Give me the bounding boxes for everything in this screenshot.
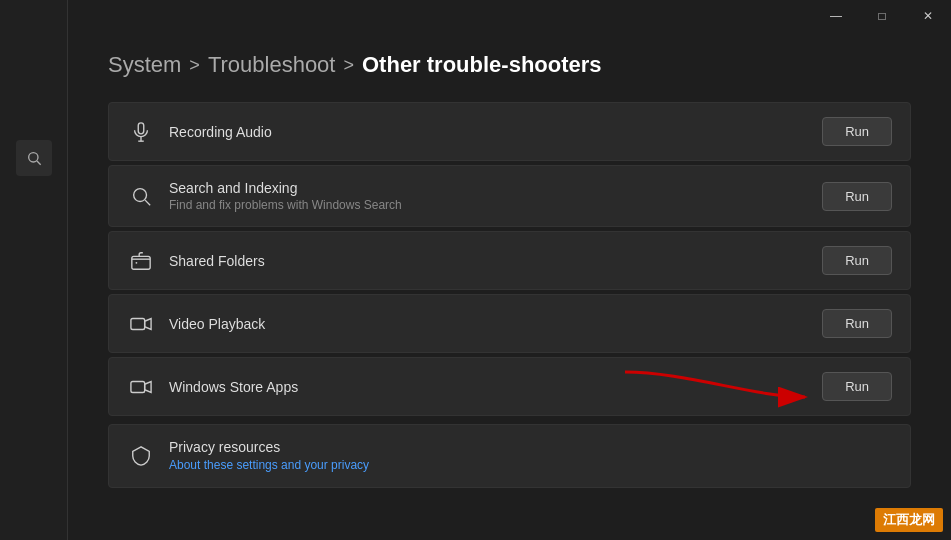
item-title: Video Playback — [169, 316, 822, 332]
breadcrumb-troubleshoot[interactable]: Troubleshoot — [208, 52, 336, 78]
item-title: Windows Store Apps — [169, 379, 822, 395]
maximize-button[interactable]: □ — [859, 0, 905, 32]
svg-rect-7 — [132, 256, 150, 269]
item-title: Search and Indexing — [169, 180, 822, 196]
search-indexing-run-button[interactable]: Run — [822, 182, 892, 211]
list-item: Video Playback Run — [108, 294, 911, 353]
main-content: System > Troubleshoot > Other trouble-sh… — [68, 32, 951, 540]
list-item: Windows Store Apps Run — [108, 357, 911, 416]
svg-rect-9 — [131, 318, 145, 329]
privacy-text: Privacy resources About these settings a… — [169, 439, 892, 473]
item-text: Windows Store Apps — [169, 379, 822, 395]
shared-folders-icon — [127, 247, 155, 275]
breadcrumb-sep-2: > — [343, 55, 354, 76]
list-item: Shared Folders Run — [108, 231, 911, 290]
item-text: Shared Folders — [169, 253, 822, 269]
sidebar — [0, 0, 68, 540]
windows-store-icon — [127, 373, 155, 401]
list-item: Search and Indexing Find and fix problem… — [108, 165, 911, 227]
list-item: Recording Audio Run — [108, 102, 911, 161]
item-subtitle: Find and fix problems with Windows Searc… — [169, 198, 822, 212]
troubleshooter-list: Recording Audio Run Search and Indexing … — [108, 102, 911, 420]
svg-point-5 — [134, 189, 147, 202]
item-text: Search and Indexing Find and fix problem… — [169, 180, 822, 212]
item-title: Shared Folders — [169, 253, 822, 269]
privacy-title: Privacy resources — [169, 439, 892, 455]
privacy-icon — [127, 442, 155, 470]
windows-store-run-button[interactable]: Run — [822, 372, 892, 401]
item-title: Recording Audio — [169, 124, 822, 140]
shared-folders-run-button[interactable]: Run — [822, 246, 892, 275]
mic-icon — [127, 118, 155, 146]
breadcrumb-system[interactable]: System — [108, 52, 181, 78]
svg-point-8 — [136, 261, 138, 263]
svg-line-1 — [37, 161, 41, 165]
watermark: 江西龙网 — [875, 508, 943, 532]
window-frame: — □ ✕ System > Troubleshoot > Other trou… — [68, 0, 951, 540]
svg-point-0 — [28, 153, 37, 162]
svg-marker-12 — [145, 381, 151, 392]
svg-marker-10 — [145, 318, 151, 329]
item-text: Recording Audio — [169, 124, 822, 140]
search-indexing-icon — [127, 182, 155, 210]
svg-rect-11 — [131, 381, 145, 392]
titlebar: — □ ✕ — [68, 0, 951, 32]
privacy-link[interactable]: About these settings and your privacy — [169, 458, 369, 472]
recording-audio-run-button[interactable]: Run — [822, 117, 892, 146]
close-button[interactable]: ✕ — [905, 0, 951, 32]
privacy-row: Privacy resources About these settings a… — [108, 424, 911, 488]
svg-rect-2 — [138, 122, 144, 133]
breadcrumb: System > Troubleshoot > Other trouble-sh… — [108, 52, 911, 78]
breadcrumb-sep-1: > — [189, 55, 200, 76]
search-icon — [26, 150, 42, 166]
svg-line-6 — [145, 200, 150, 205]
video-playback-icon — [127, 310, 155, 338]
minimize-button[interactable]: — — [813, 0, 859, 32]
sidebar-search-button[interactable] — [16, 140, 52, 176]
breadcrumb-current: Other trouble-shooters — [362, 52, 602, 78]
item-text: Video Playback — [169, 316, 822, 332]
video-playback-run-button[interactable]: Run — [822, 309, 892, 338]
